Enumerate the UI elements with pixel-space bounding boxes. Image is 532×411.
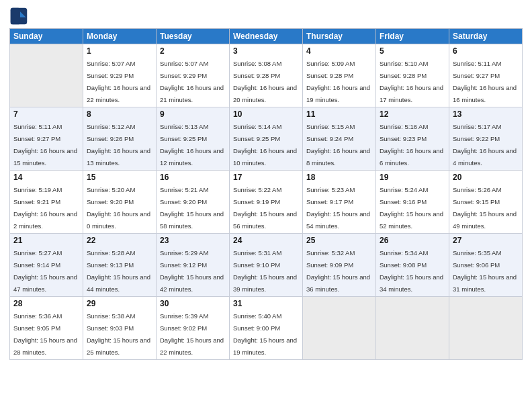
- day-detail: Sunrise: 5:35 AMSunset: 9:06 PMDaylight:…: [453, 249, 517, 293]
- header-thursday: Thursday: [303, 29, 376, 44]
- day-detail: Sunrise: 5:16 AMSunset: 9:23 PMDaylight:…: [380, 123, 443, 167]
- day-detail: Sunrise: 5:13 AMSunset: 9:25 PMDaylight:…: [160, 123, 224, 167]
- day-number: 16: [160, 173, 226, 182]
- calendar-week-row: 7Sunrise: 5:11 AMSunset: 9:27 PMDaylight…: [10, 107, 523, 171]
- day-number: 9: [160, 109, 226, 119]
- day-detail: Sunrise: 5:31 AMSunset: 9:10 PMDaylight:…: [233, 249, 297, 293]
- calendar-cell: 15Sunrise: 5:20 AMSunset: 9:20 PMDayligh…: [83, 171, 157, 234]
- day-detail: Sunrise: 5:14 AMSunset: 9:25 PMDaylight:…: [233, 123, 297, 167]
- day-detail: Sunrise: 5:21 AMSunset: 9:20 PMDaylight:…: [160, 186, 224, 230]
- day-detail: Sunrise: 5:15 AMSunset: 9:24 PMDaylight:…: [306, 123, 370, 167]
- calendar-cell: 11Sunrise: 5:15 AMSunset: 9:24 PMDayligh…: [303, 107, 376, 171]
- header-friday: Friday: [376, 29, 449, 44]
- day-number: 31: [233, 299, 299, 308]
- calendar-cell: 4Sunrise: 5:09 AMSunset: 9:28 PMDaylight…: [303, 44, 376, 107]
- day-detail: Sunrise: 5:07 AMSunset: 9:29 PMDaylight:…: [160, 60, 224, 103]
- day-detail: Sunrise: 5:19 AMSunset: 9:21 PMDaylight:…: [13, 186, 77, 230]
- logo-icon: [9, 7, 28, 26]
- day-number: 1: [87, 46, 152, 56]
- day-number: 6: [453, 46, 519, 56]
- weekday-header-row: Sunday Monday Tuesday Wednesday Thursday…: [10, 29, 523, 44]
- calendar-cell: 17Sunrise: 5:22 AMSunset: 9:19 PMDayligh…: [230, 171, 303, 234]
- svg-rect-2: [11, 8, 20, 25]
- calendar-cell: 27Sunrise: 5:35 AMSunset: 9:06 PMDayligh…: [449, 234, 523, 297]
- calendar-week-row: 28Sunrise: 5:36 AMSunset: 9:05 PMDayligh…: [10, 297, 523, 360]
- day-detail: Sunrise: 5:28 AMSunset: 9:13 PMDaylight:…: [87, 249, 150, 293]
- calendar-cell: 3Sunrise: 5:08 AMSunset: 9:28 PMDaylight…: [230, 44, 303, 107]
- day-detail: Sunrise: 5:40 AMSunset: 9:00 PMDaylight:…: [233, 312, 297, 356]
- calendar-cell: 25Sunrise: 5:32 AMSunset: 9:09 PMDayligh…: [303, 234, 376, 297]
- day-detail: Sunrise: 5:12 AMSunset: 9:26 PMDaylight:…: [87, 123, 150, 167]
- calendar-container: Sunday Monday Tuesday Wednesday Thursday…: [0, 0, 532, 411]
- calendar-cell: [376, 297, 449, 360]
- calendar-week-row: 1Sunrise: 5:07 AMSunset: 9:29 PMDaylight…: [10, 44, 523, 107]
- day-number: 4: [306, 46, 372, 56]
- day-detail: Sunrise: 5:39 AMSunset: 9:02 PMDaylight:…: [160, 312, 224, 356]
- header-monday: Monday: [83, 29, 157, 44]
- calendar-cell: 20Sunrise: 5:26 AMSunset: 9:15 PMDayligh…: [449, 171, 523, 234]
- day-number: 22: [87, 236, 152, 245]
- day-detail: Sunrise: 5:17 AMSunset: 9:22 PMDaylight:…: [453, 123, 517, 167]
- day-detail: Sunrise: 5:38 AMSunset: 9:03 PMDaylight:…: [87, 312, 150, 356]
- calendar-cell: 8Sunrise: 5:12 AMSunset: 9:26 PMDaylight…: [83, 107, 157, 171]
- day-number: 3: [233, 46, 299, 56]
- calendar-cell: 1Sunrise: 5:07 AMSunset: 9:29 PMDaylight…: [83, 44, 157, 107]
- day-detail: Sunrise: 5:22 AMSunset: 9:19 PMDaylight:…: [233, 186, 297, 230]
- day-detail: Sunrise: 5:36 AMSunset: 9:05 PMDaylight:…: [13, 312, 77, 356]
- day-number: 21: [13, 236, 79, 245]
- day-number: 30: [160, 299, 226, 308]
- calendar-cell: 2Sunrise: 5:07 AMSunset: 9:29 PMDaylight…: [157, 44, 230, 107]
- day-number: 8: [87, 109, 152, 119]
- calendar-cell: 31Sunrise: 5:40 AMSunset: 9:00 PMDayligh…: [230, 297, 303, 360]
- calendar-cell: 21Sunrise: 5:27 AMSunset: 9:14 PMDayligh…: [10, 234, 83, 297]
- day-detail: Sunrise: 5:07 AMSunset: 9:29 PMDaylight:…: [87, 60, 150, 103]
- day-detail: Sunrise: 5:24 AMSunset: 9:16 PMDaylight:…: [380, 186, 443, 230]
- day-number: 5: [380, 46, 445, 56]
- calendar-cell: 7Sunrise: 5:11 AMSunset: 9:27 PMDaylight…: [10, 107, 83, 171]
- calendar-cell: 14Sunrise: 5:19 AMSunset: 9:21 PMDayligh…: [10, 171, 83, 234]
- day-number: 14: [13, 173, 79, 182]
- day-detail: Sunrise: 5:08 AMSunset: 9:28 PMDaylight:…: [233, 60, 297, 103]
- day-number: 7: [13, 109, 79, 119]
- day-detail: Sunrise: 5:32 AMSunset: 9:09 PMDaylight:…: [306, 249, 370, 293]
- calendar-cell: 10Sunrise: 5:14 AMSunset: 9:25 PMDayligh…: [230, 107, 303, 171]
- logo: [9, 7, 31, 26]
- day-detail: Sunrise: 5:23 AMSunset: 9:17 PMDaylight:…: [306, 186, 370, 230]
- calendar-cell: 28Sunrise: 5:36 AMSunset: 9:05 PMDayligh…: [10, 297, 83, 360]
- day-detail: Sunrise: 5:11 AMSunset: 9:27 PMDaylight:…: [13, 123, 77, 167]
- calendar-cell: 26Sunrise: 5:34 AMSunset: 9:08 PMDayligh…: [376, 234, 449, 297]
- calendar-week-row: 14Sunrise: 5:19 AMSunset: 9:21 PMDayligh…: [10, 171, 523, 234]
- day-detail: Sunrise: 5:27 AMSunset: 9:14 PMDaylight:…: [13, 249, 77, 293]
- day-number: 13: [453, 109, 519, 119]
- day-number: 28: [13, 299, 79, 308]
- day-number: 19: [380, 173, 445, 182]
- calendar-cell: [449, 297, 523, 360]
- calendar-cell: 22Sunrise: 5:28 AMSunset: 9:13 PMDayligh…: [83, 234, 157, 297]
- calendar-cell: 5Sunrise: 5:10 AMSunset: 9:28 PMDaylight…: [376, 44, 449, 107]
- calendar-cell: [303, 297, 376, 360]
- header-saturday: Saturday: [449, 29, 523, 44]
- calendar-cell: 29Sunrise: 5:38 AMSunset: 9:03 PMDayligh…: [83, 297, 157, 360]
- day-number: 26: [380, 236, 445, 245]
- calendar-cell: 18Sunrise: 5:23 AMSunset: 9:17 PMDayligh…: [303, 171, 376, 234]
- calendar-cell: 6Sunrise: 5:11 AMSunset: 9:27 PMDaylight…: [449, 44, 523, 107]
- calendar-cell: 30Sunrise: 5:39 AMSunset: 9:02 PMDayligh…: [157, 297, 230, 360]
- calendar-cell: 16Sunrise: 5:21 AMSunset: 9:20 PMDayligh…: [157, 171, 230, 234]
- header-tuesday: Tuesday: [157, 29, 230, 44]
- day-number: 23: [160, 236, 226, 245]
- day-detail: Sunrise: 5:10 AMSunset: 9:28 PMDaylight:…: [380, 60, 443, 103]
- day-detail: Sunrise: 5:20 AMSunset: 9:20 PMDaylight:…: [87, 186, 150, 230]
- day-detail: Sunrise: 5:34 AMSunset: 9:08 PMDaylight:…: [380, 249, 443, 293]
- day-number: 20: [453, 173, 519, 182]
- day-number: 15: [87, 173, 152, 182]
- calendar-cell: 12Sunrise: 5:16 AMSunset: 9:23 PMDayligh…: [376, 107, 449, 171]
- day-number: 10: [233, 109, 299, 119]
- day-detail: Sunrise: 5:09 AMSunset: 9:28 PMDaylight:…: [306, 60, 370, 103]
- header-wednesday: Wednesday: [230, 29, 303, 44]
- day-number: 2: [160, 46, 226, 56]
- header: [9, 7, 523, 26]
- day-detail: Sunrise: 5:11 AMSunset: 9:27 PMDaylight:…: [453, 60, 517, 103]
- day-detail: Sunrise: 5:26 AMSunset: 9:15 PMDaylight:…: [453, 186, 517, 230]
- day-detail: Sunrise: 5:29 AMSunset: 9:12 PMDaylight:…: [160, 249, 224, 293]
- header-sunday: Sunday: [10, 29, 83, 44]
